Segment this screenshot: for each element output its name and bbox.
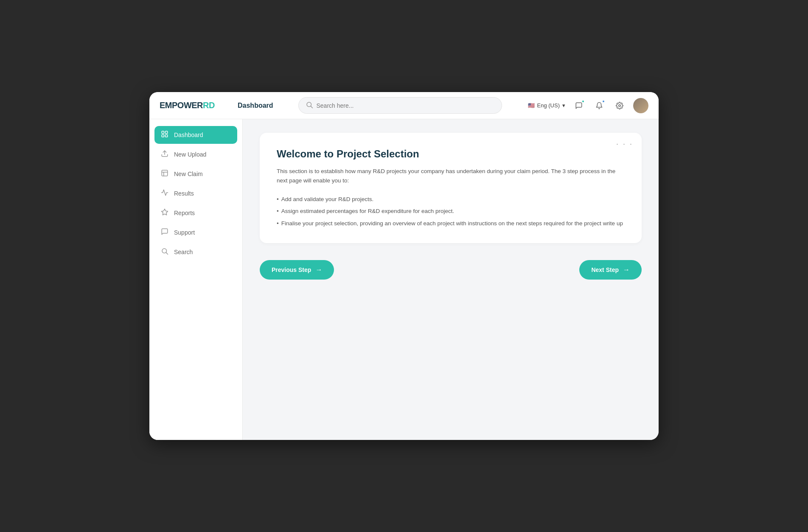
header-title: Dashboard (238, 102, 280, 109)
svg-rect-8 (162, 170, 168, 176)
svg-point-2 (619, 104, 621, 106)
svg-rect-5 (162, 135, 164, 137)
svg-rect-6 (166, 135, 168, 137)
button-row: Previous Step → Next Step → (260, 260, 642, 280)
reports-icon (160, 208, 169, 218)
next-step-label: Next Step (591, 266, 619, 273)
avatar-image (633, 98, 648, 113)
flag-icon: 🇺🇸 (528, 102, 535, 109)
app-frame: EMPOWER RD Dashboard 🇺🇸 (149, 92, 659, 440)
language-chevron: ▾ (562, 102, 565, 109)
svg-rect-4 (166, 131, 168, 133)
bullet-item-2: Assign estimated percentages for R&D exp… (277, 207, 625, 216)
sidebar: Dashboard New Upload (149, 119, 243, 440)
sidebar-support-label: Support (174, 229, 195, 236)
svg-marker-11 (162, 209, 168, 215)
app-container: EMPOWER RD Dashboard 🇺🇸 (149, 92, 659, 440)
sidebar-item-new-claim[interactable]: New Claim (154, 165, 237, 183)
search-box[interactable] (298, 97, 502, 114)
upload-icon (160, 150, 169, 159)
svg-line-13 (166, 252, 168, 254)
search-input[interactable] (317, 102, 495, 109)
search-nav-icon (160, 247, 169, 257)
bullet-item-1: Add and validate your R&D projects. (277, 195, 625, 204)
main-layout: Dashboard New Upload (149, 119, 659, 440)
bullet-text-1: Add and validate your R&D projects. (281, 195, 374, 204)
language-label: Eng (US) (537, 102, 560, 109)
claim-icon (160, 169, 169, 179)
notification-button[interactable] (592, 99, 606, 112)
sidebar-results-label: Results (174, 190, 194, 197)
sidebar-reports-label: Reports (174, 210, 195, 216)
bullet-text-2: Assign estimated percentages for R&D exp… (281, 207, 454, 216)
sidebar-new-upload-label: New Upload (174, 151, 206, 158)
previous-step-button[interactable]: Previous Step → (260, 260, 334, 280)
chat-badge (581, 100, 585, 103)
support-icon (160, 228, 169, 237)
sidebar-dashboard-label: Dashboard (174, 132, 203, 138)
sidebar-item-reports[interactable]: Reports (154, 204, 237, 222)
search-area (298, 97, 502, 114)
logo-empower-text: EMPOWER (160, 101, 203, 110)
chat-button[interactable] (572, 99, 586, 112)
logo-rd-text: RD (203, 101, 215, 110)
card-menu-dots[interactable]: · · · (616, 140, 633, 148)
card-description: This section is to establish how many R&… (277, 167, 625, 185)
sidebar-item-search[interactable]: Search (154, 243, 237, 261)
header-actions: 🇺🇸 Eng (US) ▾ (528, 98, 648, 113)
next-step-arrow: → (623, 266, 630, 274)
bullet-text-3: Finalise your project selection, providi… (281, 219, 623, 228)
sidebar-item-dashboard[interactable]: Dashboard (154, 126, 237, 144)
previous-step-label: Previous Step (272, 266, 311, 273)
bullet-item-3: Finalise your project selection, providi… (277, 219, 625, 228)
svg-line-1 (311, 106, 312, 108)
project-selection-card: · · · Welcome to Project Selection This … (260, 133, 642, 243)
sidebar-item-support[interactable]: Support (154, 224, 237, 241)
previous-step-arrow: → (315, 266, 322, 274)
results-icon (160, 189, 169, 198)
sidebar-new-claim-label: New Claim (174, 171, 203, 177)
language-selector[interactable]: 🇺🇸 Eng (US) ▾ (528, 102, 565, 109)
svg-rect-3 (162, 131, 164, 133)
header: EMPOWER RD Dashboard 🇺🇸 (149, 92, 659, 119)
dashboard-icon (160, 130, 169, 140)
sidebar-search-label: Search (174, 249, 193, 255)
main-content: · · · Welcome to Project Selection This … (243, 119, 659, 440)
bullet-list: Add and validate your R&D projects. Assi… (277, 195, 625, 228)
search-icon (306, 101, 313, 110)
next-step-button[interactable]: Next Step → (579, 260, 642, 280)
card-title: Welcome to Project Selection (277, 148, 625, 160)
notification-badge (602, 100, 605, 103)
sidebar-item-results[interactable]: Results (154, 185, 237, 202)
logo: EMPOWER RD (160, 101, 227, 110)
avatar[interactable] (633, 98, 648, 113)
settings-button[interactable] (613, 99, 626, 112)
sidebar-item-new-upload[interactable]: New Upload (154, 146, 237, 163)
